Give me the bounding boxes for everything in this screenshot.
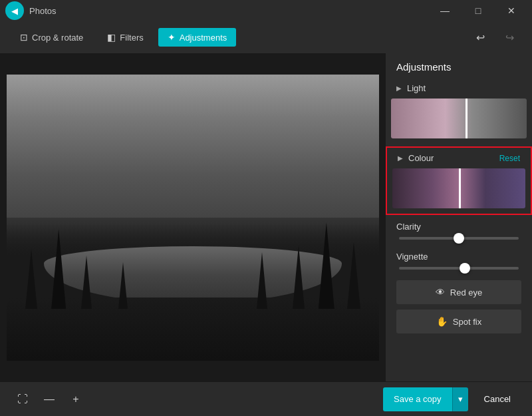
app-title: Photos <box>29 6 430 16</box>
crop-rotate-label: Crop & rotate <box>32 33 83 43</box>
adjustments-icon: ✦ <box>168 32 176 43</box>
light-section: ▶ Light <box>386 78 532 144</box>
red-eye-icon: 👁 <box>436 287 445 298</box>
colour-thumb-inner <box>392 168 525 208</box>
clarity-slider-track[interactable] <box>399 237 519 240</box>
colour-label: Colour <box>408 153 499 163</box>
crop-tool-icon: ⛶ <box>17 393 28 405</box>
redo-icon: ↪ <box>505 31 514 44</box>
crop-icon: ⊡ <box>20 32 28 43</box>
titlebar: ◀ Photos — □ ✕ <box>0 0 532 21</box>
dropdown-chevron-icon: ▾ <box>458 394 463 404</box>
image-area <box>0 53 386 381</box>
vignette-slider-track[interactable] <box>399 267 519 270</box>
photo-canvas <box>7 75 379 361</box>
right-panel: Adjustments ▶ Light ▶ Colour Reset <box>386 53 532 381</box>
clarity-slider-thumb[interactable] <box>454 233 464 244</box>
window-controls: — □ ✕ <box>430 0 527 21</box>
spot-fix-icon: ✋ <box>436 316 448 327</box>
crop-tool-button[interactable]: ⛶ <box>11 387 35 411</box>
zoom-in-button[interactable]: + <box>64 387 88 411</box>
save-copy-button[interactable]: Save a copy <box>383 387 452 411</box>
red-eye-button[interactable]: 👁 Red eye <box>396 280 521 304</box>
light-thumbnail <box>391 99 527 138</box>
filters-icon: ◧ <box>107 32 116 43</box>
bottom-bar: ⛶ — + Save a copy ▾ Cancel <box>0 381 532 416</box>
undo-icon: ↩ <box>476 31 485 44</box>
redo-button[interactable]: ↪ <box>497 25 521 49</box>
adjustments-button[interactable]: ✦ Adjustments <box>158 28 237 47</box>
back-button[interactable]: ◀ <box>5 1 24 20</box>
close-button[interactable]: ✕ <box>496 0 527 21</box>
maximize-button[interactable]: □ <box>463 0 493 21</box>
spot-fix-label: Spot fix <box>453 317 481 327</box>
filters-button[interactable]: ◧ Filters <box>98 28 152 47</box>
light-label: Light <box>407 83 521 93</box>
colour-thumb-marker <box>459 168 461 208</box>
adjustments-label: Adjustments <box>180 33 227 43</box>
photo-sky <box>7 75 379 218</box>
light-chevron-icon: ▶ <box>396 85 402 92</box>
crop-rotate-button[interactable]: ⊡ Crop & rotate <box>11 28 92 47</box>
save-copy-group: Save a copy ▾ <box>383 387 468 411</box>
clarity-section: Clarity <box>386 218 532 248</box>
minimize-button[interactable]: — <box>430 0 460 21</box>
bottom-tools: ⛶ — + <box>11 387 88 411</box>
zoom-out-icon: — <box>44 393 55 405</box>
colour-reset-button[interactable]: Reset <box>499 154 520 163</box>
save-copy-dropdown-button[interactable]: ▾ <box>452 387 468 411</box>
cancel-button[interactable]: Cancel <box>473 387 521 411</box>
colour-thumbnail <box>392 168 525 208</box>
clarity-label: Clarity <box>396 222 521 232</box>
colour-section: ▶ Colour Reset <box>386 146 532 215</box>
vignette-label: Vignette <box>396 252 521 262</box>
light-thumb-marker <box>466 99 467 138</box>
back-icon: ◀ <box>11 6 18 16</box>
zoom-out-button[interactable]: — <box>37 387 61 411</box>
colour-chevron-icon: ▶ <box>398 154 403 162</box>
light-header[interactable]: ▶ Light <box>386 78 532 99</box>
toolbar: ⊡ Crop & rotate ◧ Filters ✦ Adjustments … <box>0 21 532 53</box>
colour-header[interactable]: ▶ Colour Reset <box>387 148 531 168</box>
spot-fix-button[interactable]: ✋ Spot fix <box>396 310 521 333</box>
zoom-in-icon: + <box>72 393 78 405</box>
red-eye-label: Red eye <box>450 288 482 298</box>
undo-button[interactable]: ↩ <box>468 25 492 49</box>
main-content: Adjustments ▶ Light ▶ Colour Reset <box>0 53 532 381</box>
panel-title: Adjustments <box>386 53 532 78</box>
filters-label: Filters <box>120 33 143 43</box>
vignette-section: Vignette <box>386 248 532 278</box>
vignette-slider-thumb[interactable] <box>460 263 470 274</box>
